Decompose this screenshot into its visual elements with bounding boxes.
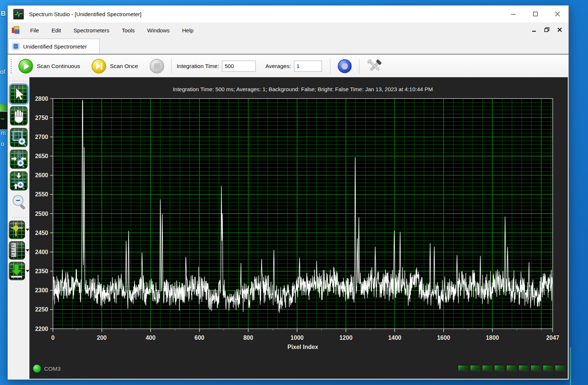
save-export-dropdown-icon[interactable] [26, 270, 29, 272]
status-led-icon [542, 364, 553, 371]
stop-icon [149, 58, 165, 74]
svg-text:2600: 2600 [35, 172, 48, 178]
crosshair-icon [9, 221, 25, 238]
svg-text:1600: 1600 [437, 335, 450, 341]
desktop-icon-label-fragment: o [1, 140, 4, 148]
chart-tool-sidebar [8, 77, 29, 379]
title-bar: Spectrum Studio - [Unidentified Spectrom… [8, 6, 569, 22]
sidebar-grip[interactable] [11, 80, 26, 82]
scan-once-label: Scan Once [110, 63, 138, 69]
status-led-icon [469, 364, 480, 371]
save-export-button[interactable] [9, 262, 25, 280]
skip-icon [91, 58, 107, 74]
select-tool-button[interactable] [10, 85, 28, 104]
zoom-out-tool-button[interactable] [10, 193, 27, 211]
status-led-icon [506, 364, 516, 371]
svg-text:600: 600 [194, 335, 204, 341]
cursor-options-button[interactable] [9, 221, 25, 239]
zoom-vertical-tool-button[interactable] [10, 171, 28, 190]
tab-unidentified-spectrometer[interactable]: Unidentified Spectrometer [8, 39, 100, 54]
scan-continuous-button[interactable]: Scan Continuous [15, 57, 83, 75]
sidebar-grip[interactable] [11, 217, 26, 218]
play-icon [18, 58, 33, 74]
zoom-horizontal-tool-button[interactable] [10, 150, 28, 169]
averages-input[interactable] [294, 61, 322, 72]
scan-continuous-label: Scan Continuous [37, 63, 80, 69]
svg-text:2550: 2550 [35, 191, 48, 197]
svg-text:Pixel Index: Pixel Index [287, 344, 318, 350]
settings-button[interactable] [363, 57, 386, 76]
hand-icon [10, 107, 27, 125]
desktop-icon-label-fragment: m [1, 129, 6, 137]
mdi-restore-icon[interactable] [544, 27, 549, 33]
status-led-icon [530, 364, 541, 371]
mdi-child-icon[interactable] [11, 26, 19, 34]
ruler-icon [9, 242, 25, 259]
axes-options-button[interactable] [9, 241, 25, 260]
mdi-minimize-icon[interactable] [532, 27, 536, 33]
svg-text:2200: 2200 [35, 326, 48, 332]
chart-panel: Integration Time: 500 ms; Averages: 1; B… [29, 77, 568, 379]
pan-tool-button[interactable] [10, 106, 28, 125]
status-bar: COM3 [29, 358, 568, 379]
mdi-close-icon[interactable] [557, 27, 562, 33]
svg-text:2750: 2750 [35, 115, 48, 121]
integration-time-label: Integration Time: [177, 63, 219, 69]
cursor-options-dropdown-icon[interactable] [26, 229, 29, 231]
spectrometer-tab-icon [12, 42, 20, 50]
svg-text:2350: 2350 [35, 268, 48, 274]
zoom-horizontal-icon [10, 150, 27, 168]
zoom-vertical-icon [10, 172, 27, 190]
menu-spectrometers[interactable]: Spectrometers [67, 22, 116, 38]
axes-options-dropdown-icon[interactable] [26, 249, 29, 252]
minimize-icon[interactable] [502, 6, 524, 22]
menu-tools[interactable]: Tools [116, 22, 141, 38]
toolbar: Scan Continuous Scan Once [8, 55, 569, 78]
svg-text:2250: 2250 [35, 306, 48, 313]
integration-time-input[interactable] [222, 61, 256, 72]
target-icon [337, 58, 352, 74]
status-led-icon [494, 364, 504, 371]
averages-label: Averages: [265, 63, 291, 69]
close-icon[interactable] [546, 6, 569, 22]
svg-text:2400: 2400 [35, 249, 48, 255]
application-window: Spectrum Studio - [Unidentified Spectrom… [7, 5, 569, 380]
svg-text:800: 800 [243, 335, 253, 341]
svg-text:1800: 1800 [486, 335, 499, 341]
svg-text:1000: 1000 [291, 335, 304, 341]
maximize-icon[interactable] [524, 6, 546, 22]
desktop-icon-label-fragment: B [1, 10, 6, 18]
cursor-icon [10, 85, 27, 103]
target-button[interactable] [334, 57, 355, 75]
menu-file[interactable]: File [24, 22, 45, 38]
app-icon [13, 9, 24, 19]
svg-text:2450: 2450 [35, 230, 48, 236]
connection-led-icon [33, 364, 41, 373]
status-led-row [457, 364, 565, 371]
zoom-out-icon [10, 193, 27, 211]
status-led-icon [457, 364, 468, 371]
svg-text:1200: 1200 [339, 335, 352, 341]
status-led-icon [481, 364, 492, 371]
desktop-icon-label-fragment: of [0, 68, 5, 76]
zoom-window-icon [10, 128, 27, 147]
svg-text:400: 400 [146, 335, 155, 341]
stop-button[interactable] [146, 57, 168, 75]
zoom-window-tool-button[interactable] [10, 128, 28, 147]
svg-text:200: 200 [97, 335, 107, 341]
toolbar-grip[interactable] [10, 58, 12, 74]
window-title: Spectrum Studio - [Unidentified Spectrom… [29, 11, 141, 17]
menu-windows[interactable]: Windows [141, 22, 176, 38]
menu-help[interactable]: Help [176, 22, 200, 38]
menu-edit[interactable]: Edit [45, 22, 67, 38]
chart-title: Integration Time: 500 ms; Averages: 1; B… [53, 86, 553, 92]
tab-strip: Unidentified Spectrometer [8, 38, 569, 55]
desktop-window-edge-fragment [570, 347, 571, 385]
svg-text:2650: 2650 [35, 153, 48, 159]
status-led-icon [554, 364, 565, 371]
scan-once-button[interactable]: Scan Once [88, 57, 141, 75]
svg-text:2700: 2700 [35, 134, 48, 140]
tools-icon [366, 58, 383, 74]
spectrum-chart[interactable]: 2200225023002350240024502500255026002650… [29, 95, 567, 357]
svg-text:2500: 2500 [35, 211, 48, 217]
